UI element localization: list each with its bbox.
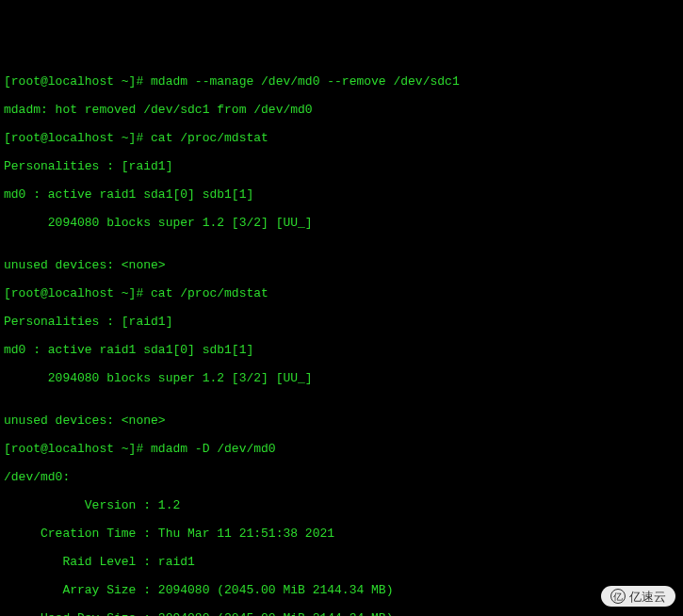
output-line: mdadm: hot removed /dev/sdc1 from /dev/m… — [4, 103, 679, 117]
output-line: Used Dev Size : 2094080 (2045.00 MiB 214… — [4, 611, 679, 616]
watermark-text: 亿速云 — [629, 590, 666, 604]
output-line: [root@localhost ~]# cat /proc/mdstat — [4, 131, 679, 145]
output-line: Personalities : [raid1] — [4, 159, 679, 173]
watermark-badge: 亿 亿速云 — [601, 586, 675, 607]
output-line: unused devices: <none> — [4, 258, 679, 272]
output-line: Creation Time : Thu Mar 11 21:51:38 2021 — [4, 527, 679, 541]
output-line: 2094080 blocks super 1.2 [3/2] [UU_] — [4, 371, 679, 385]
output-line: md0 : active raid1 sda1[0] sdb1[1] — [4, 343, 679, 357]
output-line: Raid Level : raid1 — [4, 555, 679, 569]
output-line: Personalities : [raid1] — [4, 315, 679, 329]
terminal-output: [root@localhost ~]# mdadm --manage /dev/… — [4, 60, 679, 616]
output-line: [root@localhost ~]# cat /proc/mdstat — [4, 286, 679, 300]
output-line: Array Size : 2094080 (2045.00 MiB 2144.3… — [4, 583, 679, 597]
output-line: Version : 1.2 — [4, 498, 679, 512]
logo-icon: 亿 — [610, 589, 626, 604]
output-line: unused devices: <none> — [4, 413, 679, 428]
output-line: [root@localhost ~]# mdadm --manage /dev/… — [4, 74, 679, 89]
output-line: [root@localhost ~]# mdadm -D /dev/md0 — [4, 442, 679, 456]
output-line: /dev/md0: — [4, 470, 679, 484]
output-line: 2094080 blocks super 1.2 [3/2] [UU_] — [4, 216, 679, 230]
output-line: md0 : active raid1 sda1[0] sdb1[1] — [4, 187, 679, 202]
